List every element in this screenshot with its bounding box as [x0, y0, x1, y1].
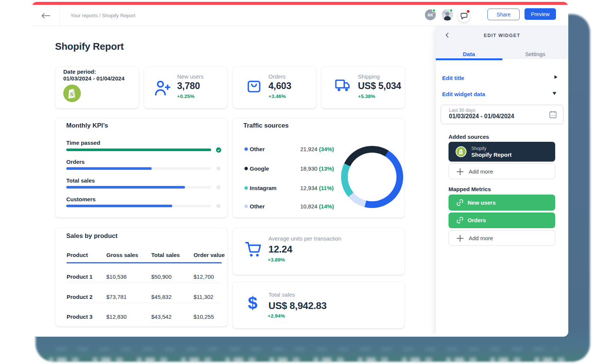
- add-more-label: Add more: [469, 168, 493, 175]
- add-source-button[interactable]: Add more: [449, 163, 555, 179]
- chat-notification-dot: [466, 9, 470, 13]
- date-preset-label: Last 30 days: [449, 108, 475, 113]
- legend-dot: [244, 205, 248, 208]
- kpi-bar-orders: [66, 167, 211, 170]
- edit-widget-panel: EDIT WIDGET Data Settings Edit title Edi…: [436, 26, 568, 337]
- sales-by-product-card: Sales by product Product Gross sales Tot…: [55, 227, 228, 327]
- add-more-label: Add more: [469, 235, 493, 241]
- legend-value: 18,930 (13%): [300, 165, 334, 172]
- table-cell: $50,900: [151, 274, 171, 279]
- metric-new-users[interactable]: New users: [449, 195, 555, 211]
- col-header-product: Product: [67, 253, 88, 258]
- avatar-photo-online-dot: [449, 9, 453, 12]
- chat-bubble-icon: [460, 13, 468, 19]
- kpi-pending-dot: [216, 185, 221, 189]
- svg-text:S: S: [70, 91, 73, 97]
- total-sales-label: Total sales: [268, 291, 295, 298]
- kpi-bar-customers: [66, 205, 211, 207]
- plus-icon: [456, 168, 464, 175]
- shopify-logo: S: [63, 85, 81, 102]
- preview-button[interactable]: Preview: [524, 8, 556, 20]
- back-arrow-icon: [42, 13, 50, 18]
- avatar-ak-online-dot: [432, 9, 436, 12]
- share-button[interactable]: Share: [487, 9, 520, 20]
- table-row-separator: [67, 303, 222, 303]
- app-header: Your reports / Shopify Report AK Share P…: [32, 5, 568, 26]
- metric-label: Orders: [468, 217, 486, 223]
- traffic-donut-chart: [341, 146, 403, 208]
- total-sales-delta: +2.94%: [268, 313, 285, 319]
- date-period-range: 01/03/2024 - 01/04/2024: [63, 75, 124, 82]
- table-cell: $12,830: [106, 314, 127, 319]
- calendar-icon: [549, 111, 557, 119]
- table-cell: $73,781: [106, 294, 127, 300]
- col-header-order-value: Order value: [194, 253, 225, 258]
- table-header-underline: [67, 262, 222, 263]
- kpi-complete-check-icon: [216, 147, 221, 153]
- svg-text:S: S: [460, 150, 462, 154]
- back-button[interactable]: [32, 5, 60, 26]
- stat-delta: +3.46%: [268, 94, 286, 99]
- source-app-label: Shopify: [471, 146, 486, 151]
- legend-value: 12,934 (11%): [300, 184, 334, 192]
- stat-value: US$ 5,034: [358, 80, 401, 91]
- active-tab-underline: [436, 58, 502, 60]
- cart-icon: [245, 241, 262, 257]
- table-cell: $11,302: [194, 294, 213, 300]
- stat-value: 4,603: [268, 80, 291, 91]
- table-cell: Product 3: [67, 314, 92, 319]
- edit-widget-data-row[interactable]: Edit widget data: [442, 91, 485, 97]
- table-cell: $45,832: [151, 294, 171, 300]
- mapped-metrics-label: Mapped Metrics: [449, 186, 491, 192]
- stat-card-new-users: New users 3,780 +0.25%: [144, 66, 228, 108]
- plus-icon: [456, 235, 464, 242]
- avg-units-card: Average units per transaction 12.24 +3.8…: [232, 227, 405, 275]
- table-cell: Product 2: [67, 294, 92, 300]
- monthly-kpis-title: Monthly KPI’s: [66, 122, 108, 129]
- traffic-sources-title: Traffic sources: [243, 122, 289, 129]
- metric-label: New users: [468, 199, 496, 206]
- kpi-label: Time passed: [66, 140, 100, 146]
- col-header-gross-sales: Gross sales: [106, 253, 138, 258]
- tab-data[interactable]: Data: [436, 51, 502, 57]
- dollar-icon: $: [248, 293, 258, 313]
- avg-units-label: Average units per transaction: [268, 235, 341, 242]
- table-row-separator: [67, 282, 222, 283]
- tab-settings[interactable]: Settings: [502, 51, 568, 57]
- shopping-bag-icon: [247, 79, 261, 93]
- kpi-pending-dot: [216, 204, 221, 208]
- page-title: Shopify Report: [55, 41, 124, 52]
- backdrop-ghost-text-row-faint: [56, 348, 558, 351]
- kpi-pending-dot: [216, 166, 221, 171]
- metric-orders[interactable]: Orders: [449, 212, 555, 228]
- legend-dot: [244, 186, 248, 190]
- date-period-label: Date period:: [63, 68, 96, 75]
- legend-label: Other: [250, 203, 265, 210]
- shopify-logo-small: S: [456, 146, 466, 157]
- kpi-bar-total-sales: [66, 186, 211, 189]
- added-sources-label: Added sources: [449, 134, 489, 140]
- chevron-right-icon: [554, 75, 557, 79]
- source-card-shopify[interactable]: S Shopify Shopify Report: [449, 142, 555, 162]
- stat-delta: +5.38%: [358, 94, 375, 99]
- source-name: Shopify Report: [471, 152, 512, 158]
- stat-value: 3,780: [177, 80, 200, 91]
- table-cell: $43,542: [151, 314, 171, 319]
- legend-value: 10,824 (14%): [300, 203, 334, 210]
- col-header-total-sales: Total sales: [151, 253, 180, 258]
- monthly-kpis-card: Monthly KPI’s Time passed Orders Total s…: [55, 118, 228, 218]
- sales-table-title: Sales by product: [66, 232, 118, 240]
- legend-label: Other: [250, 146, 265, 153]
- date-range-input[interactable]: Last 30 days 01/03/2024 - 01/04/2024: [441, 105, 563, 124]
- total-sales-value: US$ 8,942.83: [268, 300, 326, 312]
- stat-label: Shipping: [358, 73, 380, 80]
- app-window: Your reports / Shopify Report AK Share P…: [32, 2, 568, 337]
- stat-card-orders: Orders 4,603 +3.46%: [232, 66, 316, 108]
- edit-title-row[interactable]: Edit title: [442, 75, 464, 81]
- kpi-bar-time-passed: [66, 149, 211, 151]
- traffic-sources-card: Traffic sources Other 21,924 (34%) Googl…: [232, 118, 405, 218]
- sidebar-title: EDIT WIDGET: [436, 33, 568, 38]
- breadcrumb[interactable]: Your reports / Shopify Report: [70, 13, 136, 18]
- stat-label: Orders: [268, 73, 286, 80]
- add-metric-button[interactable]: Add more: [449, 230, 555, 246]
